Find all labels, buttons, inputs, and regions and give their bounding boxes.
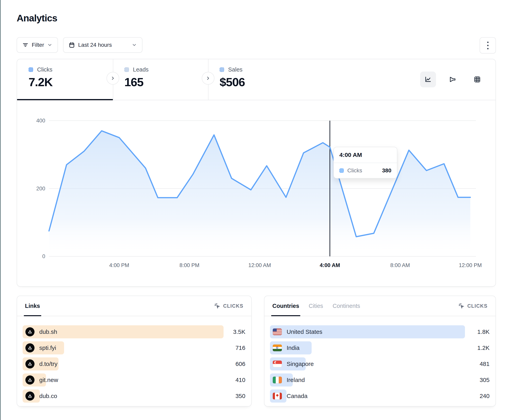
stat-tab-leads[interactable]: Leads 165 bbox=[113, 59, 208, 100]
table-view-icon bbox=[474, 76, 481, 83]
row-label: United States bbox=[287, 328, 322, 335]
kebab-vertical-icon bbox=[487, 42, 489, 49]
stat-label: Leads bbox=[133, 66, 149, 73]
row-label: git.new bbox=[39, 377, 58, 383]
clicks-metric-selector[interactable]: CLICKS bbox=[214, 303, 243, 309]
chart-type-toggle bbox=[420, 72, 485, 87]
sg-flag-icon bbox=[273, 361, 282, 367]
stat-tab-sales[interactable]: Sales $506 bbox=[208, 59, 303, 100]
row-label: Canada bbox=[287, 393, 307, 399]
row-value: 481 bbox=[480, 357, 490, 370]
stat-tab-clicks[interactable]: Clicks 7.2K bbox=[17, 59, 113, 100]
link-favicon bbox=[25, 376, 35, 384]
y-axis-tick: 400 bbox=[21, 117, 45, 124]
expand-leads-button[interactable] bbox=[106, 72, 119, 85]
area-fill bbox=[49, 131, 470, 256]
stat-value: $506 bbox=[220, 75, 303, 89]
tooltip-series-row: Clicks 380 bbox=[334, 163, 397, 178]
row-value: 1.8K bbox=[477, 325, 490, 338]
link-favicon bbox=[25, 359, 35, 369]
in-flag-icon bbox=[273, 345, 282, 351]
country-row[interactable]: Singapore481 bbox=[270, 357, 490, 370]
metric-label: CLICKS bbox=[467, 303, 488, 309]
kebab-menu-button[interactable] bbox=[480, 37, 496, 53]
country-row[interactable]: Ireland305 bbox=[270, 373, 490, 386]
x-axis-tick: 8:00 PM bbox=[172, 262, 207, 268]
row-content: dub.co bbox=[25, 390, 57, 403]
clicks-chart: 0200400 4:00 PM8:00 PM12:00 AM4:00 AM8:0… bbox=[17, 100, 495, 287]
row-label: Singapore bbox=[287, 361, 314, 367]
links-card-header: Links CLICKS bbox=[17, 296, 251, 316]
row-label: spti.fyi bbox=[39, 345, 56, 351]
analytics-card: Clicks 7.2K Leads 165 Sales $506 bbox=[17, 59, 496, 287]
y-axis-tick: 0 bbox=[21, 253, 45, 260]
link-favicon bbox=[25, 391, 35, 401]
countries-card: Countries Cities Continents CLICKS Unite… bbox=[264, 296, 496, 406]
y-axis-tick: 200 bbox=[21, 185, 45, 192]
ca-flag-icon bbox=[273, 393, 282, 399]
x-axis-tick: 12:00 AM bbox=[242, 262, 277, 268]
link-favicon bbox=[25, 343, 35, 352]
stat-label: Sales bbox=[228, 66, 243, 73]
row-label: dub.co bbox=[39, 393, 57, 399]
tab-continents[interactable]: Continents bbox=[333, 296, 360, 316]
tab-countries[interactable]: Countries bbox=[272, 296, 299, 316]
leads-swatch bbox=[124, 67, 129, 72]
link-row[interactable]: dub.co350 bbox=[22, 390, 246, 403]
table-view-toggle[interactable] bbox=[469, 72, 485, 87]
stat-tabs-row: Clicks 7.2K Leads 165 Sales $506 bbox=[17, 59, 495, 100]
stat-label: Clicks bbox=[37, 66, 52, 73]
row-content: spti.fyi bbox=[25, 341, 56, 355]
row-value: 3.5K bbox=[233, 325, 245, 338]
x-axis-tick: 8:00 AM bbox=[382, 262, 418, 268]
tooltip-value: 380 bbox=[382, 167, 391, 174]
row-value: 305 bbox=[480, 373, 490, 386]
tab-links[interactable]: Links bbox=[25, 296, 40, 316]
row-value: 1.2K bbox=[477, 341, 490, 355]
tab-cities[interactable]: Cities bbox=[309, 296, 323, 316]
stat-value: 165 bbox=[124, 75, 208, 89]
filter-button-label: Filter bbox=[32, 42, 44, 48]
link-row[interactable]: d.to/try606 bbox=[22, 357, 246, 370]
row-label: d.to/try bbox=[39, 361, 58, 367]
link-row[interactable]: git.new410 bbox=[22, 373, 246, 386]
x-axis-tick: 12:00 PM bbox=[452, 262, 488, 268]
line-chart-toggle[interactable] bbox=[420, 72, 436, 87]
x-axis-tick: 4:00 AM bbox=[312, 262, 348, 268]
row-label: India bbox=[287, 345, 299, 351]
link-row[interactable]: spti.fyi716 bbox=[22, 341, 246, 355]
sales-swatch bbox=[220, 67, 224, 72]
link-row[interactable]: dub.sh3.5K bbox=[22, 325, 246, 338]
row-value: 350 bbox=[235, 390, 245, 403]
country-row[interactable]: India1.2K bbox=[270, 341, 490, 355]
funnel-chart-icon bbox=[449, 76, 456, 83]
row-content: d.to/try bbox=[25, 357, 58, 370]
x-axis-tick: 4:00 PM bbox=[101, 262, 137, 268]
row-value: 240 bbox=[480, 390, 490, 403]
links-card: Links CLICKS dub.sh3.5Kspti.fyi716d.to/t… bbox=[17, 296, 252, 406]
expand-sales-button[interactable] bbox=[202, 72, 214, 85]
cursor-click-icon bbox=[214, 303, 220, 309]
clicks-metric-selector[interactable]: CLICKS bbox=[458, 303, 488, 309]
chart-area[interactable] bbox=[49, 121, 470, 256]
filter-button[interactable]: Filter bbox=[17, 37, 58, 53]
tooltip-series-label: Clicks bbox=[347, 167, 379, 174]
row-content: Canada bbox=[273, 390, 307, 403]
country-row[interactable]: Canada240 bbox=[270, 390, 490, 403]
funnel-chart-toggle[interactable] bbox=[445, 72, 461, 87]
countries-list: United States1.8KIndia1.2KSingapore481Ir… bbox=[264, 316, 495, 403]
row-content: Ireland bbox=[273, 373, 305, 386]
row-content: Singapore bbox=[273, 357, 314, 370]
row-label: dub.sh bbox=[39, 328, 57, 335]
link-favicon bbox=[25, 327, 35, 336]
row-content: git.new bbox=[25, 373, 58, 386]
chevron-right-icon bbox=[206, 76, 211, 81]
country-row[interactable]: United States1.8K bbox=[270, 325, 490, 338]
us-flag-icon bbox=[273, 328, 282, 335]
row-content: India bbox=[273, 341, 299, 355]
tooltip-title: 4:00 AM bbox=[334, 147, 397, 163]
row-value: 410 bbox=[235, 373, 245, 386]
filter-lines-icon bbox=[22, 42, 29, 48]
chevron-down-icon bbox=[47, 42, 52, 48]
date-range-button[interactable]: Last 24 hours bbox=[63, 37, 142, 53]
